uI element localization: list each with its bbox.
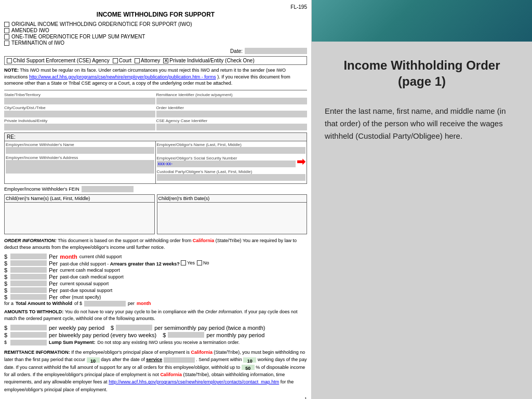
agency-court-label: Court	[119, 58, 131, 63]
amounts-section: $ Per month current child support $ Per …	[4, 254, 307, 300]
re-left: Employer/Income Withholder's Name Employ…	[5, 141, 156, 183]
amount-field-1[interactable]	[10, 260, 47, 266]
checkbox-termination-box[interactable]	[4, 41, 9, 46]
withhold-grid: $ per weekly pay period $ per semimonthl…	[4, 325, 307, 338]
total-for: for a	[4, 301, 14, 306]
re-header: RE:	[5, 133, 307, 141]
field-cse-case: CSE Agency Case Identifier	[156, 118, 308, 130]
remittance-state2: California	[160, 372, 182, 377]
checkbox-termination: TERMINATION of IWO	[4, 40, 307, 46]
w-dollar-1b: $	[163, 332, 166, 338]
withhold-label-1: per biweekly pay period (every two weeks…	[49, 332, 156, 338]
sidebar-title-line2: (page 1)	[398, 74, 446, 88]
remittance-service-field[interactable]	[164, 357, 195, 363]
red-arrow-icon: ➡	[297, 155, 305, 168]
total-field[interactable]	[84, 301, 126, 307]
fields-grid: State/Tribe/Territory Remittance Identif…	[4, 92, 307, 130]
per-label-0: Per	[49, 254, 58, 260]
employee-name-value[interactable]	[157, 147, 306, 154]
amount-row-3: $ Per past-due cash medical support	[4, 274, 307, 280]
yes-box[interactable]: Yes	[181, 260, 195, 265]
date-field[interactable]	[245, 48, 307, 54]
lump-sum-label: Lump Sum Payment:	[49, 340, 96, 345]
amounts-title: AMOUNTS TO WITHHOLD:	[4, 309, 63, 314]
amount-row-1: $ Per past-due child support - Arrears g…	[4, 260, 307, 267]
agency-attorney-box[interactable]	[135, 58, 140, 63]
amount-label-3: past-due cash medical support	[60, 274, 307, 280]
sidebar-description: Enter the last name, first name, and mid…	[325, 105, 519, 142]
amount-field-4[interactable]	[10, 281, 47, 286]
amount-label-5: past-due spousal support	[60, 288, 307, 293]
date-row: Date:	[4, 48, 307, 54]
checkbox-amended: AMENDED IWO	[4, 28, 307, 33]
per-month-0: month	[60, 254, 77, 260]
field-remittance-value[interactable]	[156, 98, 308, 104]
field-city-value[interactable]	[4, 111, 155, 117]
withhold-field-0[interactable]	[10, 325, 47, 330]
agency-private-label: Private Individual/Entity (Check One)	[169, 58, 254, 63]
children-dob-body[interactable]	[157, 203, 307, 234]
remittance-service: service	[146, 357, 162, 362]
page-number: 1	[4, 396, 307, 399]
dollar-1: $	[4, 260, 8, 267]
amount-label-4: current spousal support	[60, 281, 307, 286]
agency-private-box[interactable]: X	[163, 58, 168, 63]
employer-address-value[interactable]	[6, 160, 154, 174]
amount-field-0[interactable]	[10, 254, 47, 259]
amount-field-3[interactable]	[10, 274, 47, 280]
separator-1	[4, 90, 307, 90]
checkbox-amended-label: AMENDED IWO	[11, 28, 49, 33]
note-link[interactable]: http://www.acf.hhs.gov/programs/cse/newh…	[29, 74, 216, 79]
withhold-row-0: $ per weekly pay period $ per semimonthl…	[4, 325, 307, 331]
checkbox-original-box[interactable]	[4, 22, 9, 27]
checkbox-onetime-label: ONE-TIME ORDER/NOTICE FOR LUMP SUM PAYME…	[11, 34, 145, 39]
amount-field-6[interactable]	[10, 294, 47, 300]
employee-ssn-value[interactable]: xxx-xx-	[157, 161, 296, 167]
amount-row-0: $ Per month current child support	[4, 254, 307, 260]
withhold-field-1[interactable]	[10, 332, 47, 338]
field-remittance-label: Remittance Identifier (include w/payment…	[156, 92, 308, 97]
ls-field[interactable]	[10, 340, 47, 345]
order-info-italic: Order Information.	[205, 309, 243, 314]
amounts-text: You do not have to vary your pay cycle t…	[65, 309, 205, 314]
employer-name-value[interactable]	[6, 147, 154, 154]
custodial-field: Custodial Party/Obligee's Name (Last, Fi…	[157, 169, 306, 181]
agency-court-box[interactable]	[113, 58, 118, 63]
total-bold: Total Amount to Withhold	[16, 301, 72, 306]
children-dob-header: Child(ren)'s Birth Date(s)	[157, 195, 307, 203]
field-cse-case-value[interactable]	[156, 124, 308, 130]
per-label-4: Per	[49, 281, 58, 287]
total-month: month	[137, 301, 151, 306]
remittance-section: REMITTANCE INFORMATION: If the employee/…	[4, 349, 307, 393]
custodial-label: Custodial Party/Obligee's Name (Last, Fi…	[157, 169, 306, 174]
agency-attorney-label: Attorney	[141, 58, 160, 63]
withhold-field-0b[interactable]	[116, 325, 152, 330]
withhold-label-0: per weekly pay period	[49, 325, 104, 331]
children-section: Child(ren)'s Name(s) (Last, First, Middl…	[4, 194, 307, 234]
field-state: State/Tribe/Territory	[4, 92, 155, 104]
remittance-text3: days after the date of	[101, 357, 146, 362]
amount-field-2[interactable]	[10, 267, 47, 273]
amount-field-5[interactable]	[10, 287, 47, 293]
checkbox-amended-box[interactable]	[4, 28, 9, 33]
remittance-state1: California	[191, 350, 213, 355]
fein-value[interactable]	[82, 186, 134, 192]
field-order-id-value[interactable]	[156, 111, 308, 117]
re-content: Employer/Income Withholder's Name Employ…	[5, 141, 307, 183]
remittance-link[interactable]: http://www.acf.hhs.gov/programs/cse/newh…	[109, 379, 279, 384]
field-private-value[interactable]	[4, 124, 155, 130]
note-label: NOTE:	[4, 68, 19, 73]
field-state-value[interactable]	[4, 98, 155, 104]
right-panel: Income Withholding Order (page 1) Enter …	[312, 0, 532, 399]
custodial-value[interactable]	[157, 174, 306, 181]
per-label-2: Per	[49, 267, 58, 273]
children-names-body[interactable]	[5, 203, 154, 234]
remittance-text1: If the employee/obligor's principal plac…	[71, 350, 191, 355]
withhold-field-1b[interactable]	[168, 332, 204, 338]
agency-cse-box[interactable]	[7, 58, 12, 63]
fein-label: Employer/Income Withholder's FEIN	[4, 187, 79, 192]
no-box[interactable]: No	[197, 260, 209, 265]
lump-sum-text: Do not stop any existing IWO unless you …	[98, 340, 240, 345]
checkbox-onetime-box[interactable]	[4, 34, 9, 39]
remittance-days2: 10	[243, 357, 256, 363]
